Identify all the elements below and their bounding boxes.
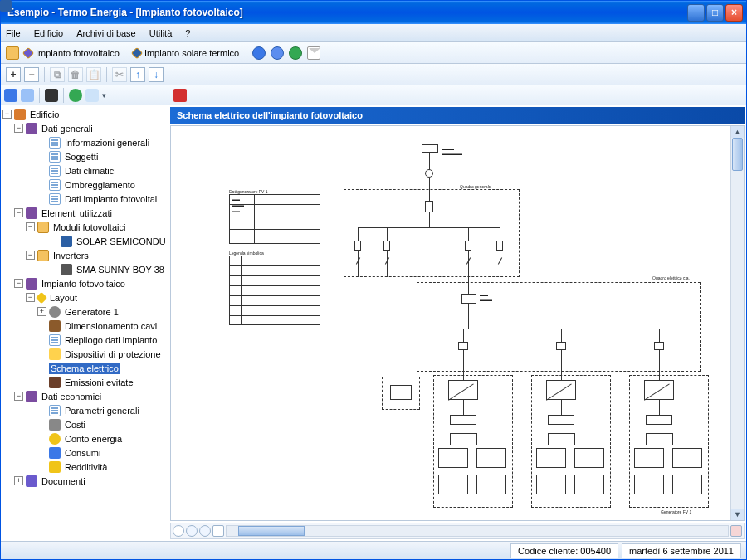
delete-button[interactable]: 🗑: [68, 67, 83, 82]
menu-edificio[interactable]: Edificio: [34, 28, 63, 38]
table-line: [229, 229, 320, 230]
tree-layout[interactable]: −Layout: [1, 290, 168, 304]
zoom-fit-icon[interactable]: [212, 525, 224, 537]
expand-icon[interactable]: +: [14, 476, 23, 485]
wire: [463, 400, 464, 415]
zoom-tool-icon[interactable]: [173, 525, 184, 537]
help-icon[interactable]: [271, 46, 284, 60]
diagram-canvas[interactable]: ▬▬▬▬▬▬▬▬ Dati generatore FV 1 ▬▬▬▬▬▬▬ Le…: [170, 125, 745, 521]
meter: [461, 294, 476, 304]
sidebar: ▾ −Edificio −Dati generali Informazioni …: [1, 85, 168, 541]
collapse-icon[interactable]: −: [26, 293, 35, 302]
maximize-button[interactable]: □: [706, 4, 724, 22]
tree-impianto-pv[interactable]: −Impianto fotovoltaico: [1, 276, 168, 290]
collapse-icon[interactable]: −: [14, 124, 23, 133]
pv-string: [634, 475, 664, 494]
tree-schema-elettrico[interactable]: Schema elettrico: [1, 361, 168, 375]
table-line: [229, 315, 320, 316]
collapse-icon[interactable]: −: [14, 279, 23, 288]
globe-icon[interactable]: [69, 89, 82, 102]
folder-icon: [37, 222, 49, 233]
wire: [672, 433, 673, 445]
separator: [106, 67, 107, 82]
window-title: Esempio - Termo Energia - [Impianto foto…: [4, 7, 686, 18]
tree-label: Dati generali: [40, 123, 95, 134]
eraser-icon[interactable]: [730, 525, 742, 537]
panel-header: Schema elettrico dell'impianto fotovolta…: [170, 107, 745, 124]
vertical-scrollbar[interactable]: ▲ ▼: [730, 126, 744, 520]
mail-icon[interactable]: [307, 46, 320, 60]
tree-inverters[interactable]: −Inverters: [1, 248, 168, 262]
horizontal-scrollbar[interactable]: [226, 525, 729, 537]
nav-forward-icon[interactable]: [21, 89, 34, 102]
scroll-up-icon[interactable]: ▲: [731, 126, 744, 138]
collapse-icon[interactable]: −: [14, 392, 23, 401]
tree-solar-module[interactable]: SOLAR SEMICONDU: [1, 234, 168, 248]
tree-ombreggiamento[interactable]: Ombreggiamento: [1, 178, 168, 192]
info-icon[interactable]: [252, 46, 266, 60]
nav-back-icon[interactable]: [4, 89, 17, 102]
tree-riepilogo[interactable]: Riepilogo dati impianto: [1, 333, 168, 347]
tree-costi[interactable]: Costi: [1, 417, 168, 431]
tree-view[interactable]: −Edificio −Dati generali Informazioni ge…: [1, 105, 168, 541]
tree-cavi[interactable]: Dimensionamento cavi: [1, 319, 168, 333]
tree-elementi[interactable]: −Elementi utilizzati: [1, 206, 168, 220]
tree-protezione[interactable]: Dispositivi di protezione: [1, 347, 168, 361]
tree-emissioni[interactable]: Emissioni evitate: [1, 375, 168, 389]
traffic-light-icon[interactable]: [45, 89, 58, 102]
paste-button[interactable]: 📋: [86, 67, 101, 82]
tree-dati-generali[interactable]: −Dati generali: [1, 121, 168, 135]
menu-utilita[interactable]: Utilità: [149, 28, 173, 38]
pdf-export-icon[interactable]: [173, 89, 187, 102]
tree-dati-impianto-pv[interactable]: Dati impianto fotovoltai: [1, 192, 168, 206]
collapse-icon[interactable]: −: [26, 222, 35, 231]
mode-solar[interactable]: Impianto solare termico: [133, 48, 247, 58]
move-up-button[interactable]: ↑: [130, 67, 145, 82]
minimize-button[interactable]: _: [687, 4, 705, 22]
globe-icon[interactable]: [289, 46, 302, 60]
tree-consumi[interactable]: Consumi: [1, 446, 168, 460]
tree-info-generali[interactable]: Informazioni generali: [1, 135, 168, 149]
tree-moduli[interactable]: −Moduli fotovoltaici: [1, 220, 168, 234]
close-button[interactable]: ×: [725, 4, 743, 22]
scroll-thumb[interactable]: [732, 138, 743, 171]
switch: [548, 415, 574, 425]
pv-string: [536, 448, 566, 468]
zoom-out-icon[interactable]: [199, 525, 211, 537]
book-icon: [26, 123, 37, 134]
collapse-icon[interactable]: −: [2, 110, 12, 119]
tree-label: Dati climatici: [63, 165, 118, 177]
mode-pv[interactable]: Impianto fotovoltaico: [24, 48, 128, 58]
tree-root[interactable]: −Edificio: [1, 107, 168, 121]
collapse-icon[interactable]: −: [26, 251, 35, 260]
wire: [646, 433, 672, 434]
pv-string: [672, 475, 702, 494]
tree-economici[interactable]: −Dati economici: [1, 389, 168, 403]
menu-archivi[interactable]: Archivi di base: [76, 28, 136, 38]
tree-sma[interactable]: SMA SUNNY BOY 38: [1, 262, 168, 276]
tree-documenti[interactable]: +Documenti: [1, 474, 168, 488]
copy-button[interactable]: ⧉: [50, 67, 65, 82]
menu-file[interactable]: File: [6, 28, 21, 38]
tree-parametri[interactable]: Parametri generali: [1, 403, 168, 417]
star-icon: [49, 461, 61, 473]
zoom-in-icon[interactable]: [186, 525, 198, 537]
menu-help[interactable]: ?: [185, 28, 190, 38]
scroll-down-icon[interactable]: ▼: [731, 509, 744, 520]
add-button[interactable]: +: [6, 67, 21, 82]
move-down-button[interactable]: ↓: [149, 67, 164, 82]
refresh-icon[interactable]: [85, 89, 99, 102]
collapse-icon[interactable]: −: [14, 208, 23, 217]
tree-conto[interactable]: Conto energia: [1, 431, 168, 446]
tree-generatore[interactable]: +Generatore 1: [1, 304, 168, 319]
tree-dati-climatici[interactable]: Dati climatici: [1, 163, 168, 178]
expand-icon[interactable]: +: [37, 307, 46, 316]
tree-soggetti[interactable]: Soggetti: [1, 149, 168, 163]
scroll-thumb[interactable]: [238, 526, 305, 536]
tree-redditivita[interactable]: Redditività: [1, 460, 168, 474]
remove-button[interactable]: −: [24, 67, 39, 82]
open-folder-icon[interactable]: [6, 46, 19, 60]
table-line: [229, 265, 320, 266]
cut-button[interactable]: ✂: [112, 67, 127, 82]
wire: [429, 178, 430, 202]
